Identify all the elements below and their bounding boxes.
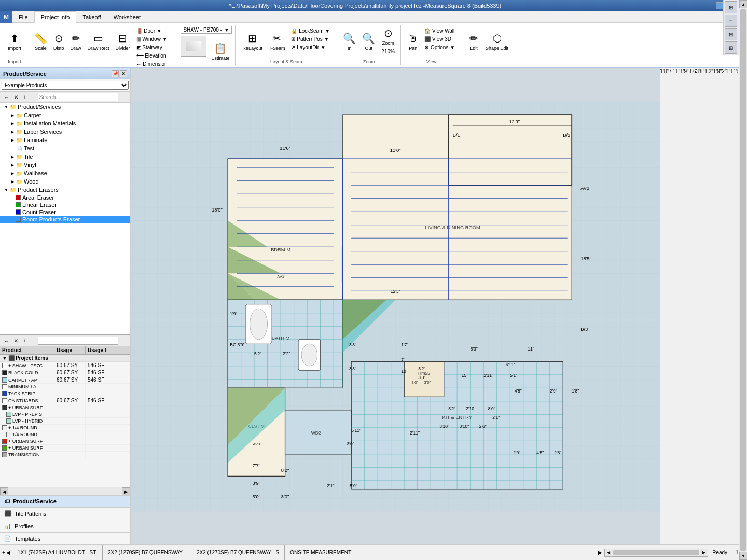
mini-tool-2[interactable]: ≡: [725, 15, 737, 27]
expand-vinyl[interactable]: ▶: [9, 162, 16, 168]
tree-item-vinyl[interactable]: ▶ 📁 Vinyl: [0, 161, 130, 169]
shaw-dropdown[interactable]: SHAW - PS700 - ▼: [181, 26, 232, 34]
tree-item-linear-eraser[interactable]: ▶ Linear Eraser: [0, 201, 130, 208]
zoom-button[interactable]: ⊙ Zoom: [379, 26, 397, 47]
table-row[interactable]: + URBAN SURF: [0, 404, 130, 411]
expand-product-services[interactable]: ▼: [3, 104, 9, 110]
canvas-area[interactable]: BDRM M AV1 BATH M LIVING & DINING ROOM C…: [131, 68, 660, 544]
tree-deselect-button[interactable]: ✕: [12, 94, 20, 101]
status-tab-1[interactable]: 1X1 (742SF) A4 HUMBOLDT - ST.: [12, 545, 103, 560]
draw-button[interactable]: ✏ Draw: [68, 26, 84, 57]
h-scrollbar[interactable]: ◀ ▶: [604, 549, 708, 557]
table-row[interactable]: TRANSISTION: [0, 452, 130, 458]
divider-button[interactable]: ⊟ Divider: [113, 26, 133, 57]
table-row[interactable]: TACK STRIP _: [0, 390, 130, 397]
expand-wallbase[interactable]: ▶: [9, 170, 16, 176]
pan-button[interactable]: 🖱 Pan: [405, 26, 421, 57]
zoom-out-button[interactable]: 🔍 Out: [359, 26, 378, 57]
shape-edit-button[interactable]: ⬡ Shape Edit: [483, 26, 511, 57]
tree-item-product-services[interactable]: ▼ 📁 Product/Services: [0, 103, 130, 111]
status-tab-3[interactable]: 2X2 (1270SF) B7 QUEENSWAY - S: [191, 545, 285, 560]
tree-item-product-erasers[interactable]: ▼ 📁 Product Erasers: [0, 186, 130, 194]
table-row[interactable]: CARPET - AP 60.67 SY 546 SF: [0, 376, 130, 384]
stairway-button[interactable]: ◩ Stairway: [134, 44, 173, 51]
scale-button[interactable]: 📏 Scale: [32, 26, 50, 57]
zoom-in-button[interactable]: 🔍 In: [340, 26, 358, 57]
relayout-button[interactable]: ⊞ ReLayout: [240, 26, 265, 57]
table-row[interactable]: CA STUARDS 60.67 SY 546 SF: [0, 397, 130, 404]
tree-item-tile[interactable]: ▶ 📁 Tile: [0, 152, 130, 161]
tree-item-laminate[interactable]: ▶ 📁 Laminate: [0, 136, 130, 144]
expand-laminate[interactable]: ▶: [9, 137, 16, 143]
table-row[interactable]: LVP - HYBRID: [0, 418, 130, 425]
tree-add-button[interactable]: +: [21, 94, 29, 101]
hscroll-right[interactable]: ▶: [700, 549, 708, 556]
nav-tab-product-service[interactable]: 🏷 Product/Service: [0, 495, 130, 507]
import-button[interactable]: ⬆ Import: [5, 26, 24, 57]
options-button[interactable]: ⚙ Options ▼: [422, 44, 458, 51]
expand-wood[interactable]: ▶: [9, 178, 16, 185]
patternpos-button[interactable]: ⊞ PatternPos ▼: [288, 35, 333, 43]
tree-search-input[interactable]: [38, 93, 118, 101]
status-tab-2[interactable]: 2X2 (1270SF) B7 QUEENSWAY -: [103, 545, 191, 560]
tree-item-areal-eraser[interactable]: ▶ Areal Eraser: [0, 194, 130, 201]
draw-rect-button[interactable]: ▭ Draw Rect: [85, 26, 112, 57]
tree-item-labor[interactable]: ▶ 📁 Labor Services: [0, 128, 130, 136]
table-row[interactable]: + 1/4 ROUND -: [0, 425, 130, 431]
tree-item-wood[interactable]: ▶ 📁 Wood: [0, 177, 130, 186]
scroll-right-arrow[interactable]: ▶: [122, 487, 130, 496]
expand-tile[interactable]: ▶: [9, 153, 16, 160]
table-h-scrollbar[interactable]: ◀ ▶: [0, 487, 130, 495]
tree-item-carpet[interactable]: ▶ 📁 Carpet: [0, 111, 130, 119]
door-button[interactable]: 🚪 Door ▼: [134, 27, 173, 35]
table-row[interactable]: BLACK GOLD 60.67 SY 546 SF: [0, 369, 130, 376]
window-button[interactable]: ▧ Window ▼: [134, 35, 173, 43]
table-scroll[interactable]: ▼ ⬛ Project Items + SHAW - PS7C 60.67 SY…: [0, 355, 130, 487]
menu-worksheet[interactable]: Worksheet: [107, 11, 147, 23]
t-seam-button[interactable]: ✂ T-Seam: [266, 26, 288, 57]
expand-labor[interactable]: ▶: [9, 129, 16, 135]
lockseam-button[interactable]: 🔒 LockSeam ▼: [288, 27, 333, 35]
disto-button[interactable]: ⊙ Disto: [51, 26, 67, 57]
view-wall-button[interactable]: 🏠 View Wall: [422, 27, 458, 35]
tree-more-button[interactable]: ⋯: [119, 94, 129, 101]
tree-item-test[interactable]: ▶ 📄 Test: [0, 144, 130, 152]
nav-tab-templates[interactable]: 📄 Templates: [0, 532, 130, 544]
menu-project-info[interactable]: Project Info: [34, 11, 77, 23]
tree-item-wallbase[interactable]: ▶ 📁 Wallbase: [0, 169, 130, 177]
tree-item-installation[interactable]: ▶ 📁 Installation Materials: [0, 119, 130, 128]
scroll-up-arrow[interactable]: ▲: [739, 0, 747, 8]
table-row[interactable]: 1/4 ROUND -: [0, 431, 130, 438]
table-remove-button[interactable]: −: [30, 338, 37, 344]
elevation-button[interactable]: ⟵ Elevation: [134, 52, 173, 60]
tree-remove-button[interactable]: −: [30, 94, 37, 101]
nav-tab-tile-patterns[interactable]: ⬛ Tile Patterns: [0, 507, 130, 520]
tree-nav-button[interactable]: ←: [2, 94, 11, 101]
view-3d-button[interactable]: ⬛ View 3D: [422, 35, 458, 43]
status-nav-prev[interactable]: +: [2, 550, 5, 555]
table-nav-button[interactable]: ←: [2, 338, 11, 344]
dimension-button[interactable]: ↔ Dimension: [134, 60, 173, 68]
zoom-value[interactable]: 210%: [379, 48, 397, 55]
status-nav-left[interactable]: ◀: [6, 550, 10, 555]
table-add-button[interactable]: +: [21, 338, 29, 344]
scroll-left-arrow[interactable]: ◀: [0, 487, 8, 496]
panel-close-button[interactable]: ✕: [120, 70, 127, 77]
mini-tool-1[interactable]: ⊞: [725, 1, 737, 13]
expand-product-erasers[interactable]: ▼: [3, 187, 9, 193]
v-scrollbar[interactable]: ▲ ▼: [739, 0, 747, 560]
tree-item-room-products-eraser[interactable]: ▶ Room Products Eraser: [0, 216, 130, 223]
table-search-input[interactable]: [38, 337, 118, 345]
estimate-swatch[interactable]: [181, 36, 206, 57]
table-row[interactable]: LVP - PREP S: [0, 411, 130, 418]
status-tab-4[interactable]: ONSITE MEASUREMENT!: [285, 545, 358, 560]
scroll-down-arrow[interactable]: ▼: [739, 552, 747, 560]
menu-file[interactable]: File: [12, 11, 34, 23]
tree-item-count-eraser[interactable]: ▶ Count Eraser: [0, 208, 130, 216]
hscroll-left[interactable]: ◀: [605, 549, 612, 556]
mini-tool-4[interactable]: ⊞: [725, 41, 737, 54]
table-row[interactable]: + SHAW - PS7C 60.67 SY 546 SF: [0, 362, 130, 369]
table-row[interactable]: + URBAN SURF: [0, 445, 130, 452]
nav-tab-profiles[interactable]: 📊 Profiles: [0, 520, 130, 532]
table-row[interactable]: + URBAN SURF: [0, 438, 130, 445]
